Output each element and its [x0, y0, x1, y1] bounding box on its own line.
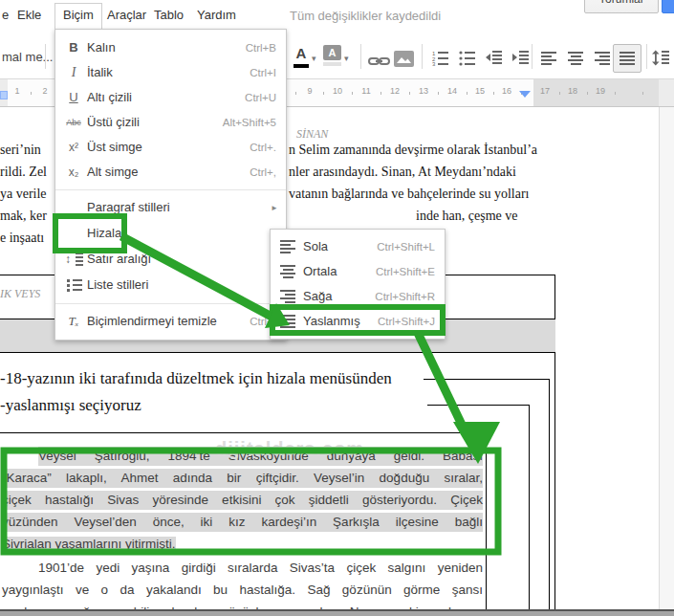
image-icon — [394, 51, 414, 67]
menubar-item[interactable]: Araçlar — [107, 8, 146, 22]
format-menu: B Kalın Ctrl+B I İtalik Ctrl+I U Altı çi… — [54, 29, 287, 341]
submenu-item-shortcut: Ctrl+Shift+R — [375, 284, 435, 309]
doc-text-line[interactable]: “Karaca” lakaplı, Ahmet adında bir çiftç… — [2, 469, 483, 488]
insert-link-button[interactable] — [368, 54, 391, 71]
ruler-tick — [559, 92, 560, 95]
numbered-list-button[interactable]: 123 — [432, 51, 449, 70]
text-color-caret-icon[interactable]: ▾ — [312, 54, 316, 63]
menu-item-label: Alt simge — [87, 160, 138, 185]
menu-item-icon — [63, 221, 84, 246]
doc-text-line[interactable]: 1901’de yedi yaşına girdiği sıralarda Si… — [38, 559, 483, 578]
menu-item-label: Liste stilleri — [87, 273, 148, 297]
submenu-item-label: Ortala — [303, 259, 337, 284]
menubar-item[interactable]: Ekle — [17, 8, 41, 22]
toolbar-separator — [360, 44, 361, 69]
ruler-tick — [409, 92, 410, 95]
menu-item-icon: ↕ — [63, 247, 84, 272]
menubar-item[interactable]: Tablo — [154, 8, 184, 22]
doc-text-line[interactable]: yaygınlaştı ve o da yakalandı bu hastalı… — [2, 581, 483, 600]
site-watermark: dijitalders.com — [215, 438, 364, 460]
numbered-list-icon: 123 — [432, 51, 449, 66]
menu-item[interactable]: B Kalın Ctrl+B — [55, 35, 286, 60]
decrease-indent-button[interactable] — [486, 51, 503, 69]
app-window: SİNAN seri’nin n Selim zamanında devşirm… — [0, 0, 674, 616]
menu-item[interactable]: x² Üst simge Ctrl+. — [55, 135, 286, 160]
line-spacing-button[interactable] — [652, 50, 669, 70]
ruler-tick — [642, 92, 643, 95]
toolbar-separator — [646, 44, 647, 69]
submenu-item[interactable]: Ortala Ctrl+Shift+E — [271, 259, 445, 284]
menu-item[interactable]: Hizala ► — [55, 221, 286, 247]
bulleted-list-icon — [459, 51, 476, 66]
menubar-item[interactable]: e — [2, 8, 9, 22]
highlight-color-swatch — [323, 62, 341, 66]
ruler-tick — [493, 92, 494, 95]
svg-text:3: 3 — [432, 61, 436, 66]
vertical-scrollbar[interactable] — [659, 79, 674, 609]
menu-item-icon — [63, 273, 84, 297]
menu-item-icon: U — [63, 85, 84, 110]
menu-item[interactable]: x₂ Alt simge Ctrl+, — [55, 160, 286, 185]
menu-item-icon: Abc — [63, 110, 84, 135]
bulleted-list-button[interactable] — [459, 51, 476, 70]
ruler-tick — [438, 92, 439, 95]
insert-image-button[interactable] — [394, 51, 414, 71]
ruler-tick — [587, 92, 588, 95]
alignment-icon — [280, 315, 295, 328]
doc-text-line[interactable]: çiçek hastalığı Sivas yöresinde etkisini… — [2, 491, 483, 510]
doc-text: çiçek hastalığı Sivas yöresinde etkisini… — [2, 493, 483, 507]
share-button[interactable] — [662, 0, 674, 13]
left-indent-marker[interactable] — [0, 91, 8, 99]
doc-text-fragment-right: vatanın bağlarında ve bahçelerinde su yo… — [289, 187, 530, 202]
menubar-item[interactable]: Yardım — [197, 8, 236, 22]
menubar-item[interactable]: Biçim — [63, 8, 94, 22]
menu-item[interactable]: ↕ Satır aralığı ► — [55, 247, 286, 273]
menu-item[interactable]: Abc Üstü çizili Alt+Shift+5 — [55, 110, 286, 135]
menu-item-shortcut: Ctrl+, — [250, 160, 276, 185]
comments-button[interactable]: Yorumlar — [584, 0, 659, 13]
doc-text-line[interactable]: -18-yazının iki tarafınıda düzeltmek içi… — [0, 369, 392, 388]
submenu-item-shortcut: Ctrl+Shift+L — [377, 234, 435, 259]
menu-item-label: Kalın — [87, 35, 116, 60]
ruler-tick — [615, 92, 616, 95]
highlight-color-button[interactable]: A — [323, 45, 341, 60]
doc-text-line[interactable]: Şivrialan yaşamlarını yitirmişti. — [2, 535, 176, 554]
ruler-number: 14 — [447, 86, 457, 96]
ruler-tick — [352, 92, 353, 95]
doc-text-fragment-left: seri’nin — [0, 143, 41, 158]
increase-indent-icon — [512, 51, 530, 65]
text-color-button[interactable]: A — [293, 45, 310, 61]
align-right-button[interactable] — [595, 52, 610, 65]
submenu-item-shortcut: Ctrl+Shift+E — [376, 259, 435, 284]
menu-item-label: İtalik — [87, 60, 113, 85]
doc-text-fragment-right: nler arasındaydı. Sinan, At Meydanı’ndak… — [289, 165, 516, 180]
menu-item-label: Altı çizili — [87, 85, 132, 110]
menu-item[interactable]: I İtalik Ctrl+I — [55, 60, 286, 85]
ruler-number: 15 — [475, 86, 485, 96]
highlight-caret-icon[interactable]: ▾ — [344, 54, 349, 63]
ruler-number: 16 — [502, 86, 511, 96]
menu-item[interactable]: Tₓ Biçimlendirmeyi temizle Ctrl+\ — [55, 309, 286, 334]
align-left-button[interactable] — [541, 52, 556, 65]
submenu-item[interactable]: Sağa Ctrl+Shift+R — [271, 284, 445, 309]
align-center-button[interactable] — [568, 52, 583, 65]
ruler-number: 1 — [14, 86, 19, 96]
menu-item[interactable]: U Altı çizili Ctrl+U — [55, 85, 286, 110]
menu-item-label: Üstü çizili — [87, 110, 140, 135]
alignment-icon — [280, 240, 295, 253]
justify-button[interactable] — [620, 52, 635, 65]
ruler-tick — [31, 92, 32, 95]
submenu-item[interactable]: Yaslanmış Ctrl+Shift+J — [271, 309, 445, 334]
right-indent-marker-icon[interactable] — [519, 91, 531, 98]
submenu-item[interactable]: Sola Ctrl+Shift+L — [271, 234, 445, 259]
doc-text-line[interactable]: yüzünden Veysel’den önce, iki kız kardeş… — [2, 513, 483, 532]
ruler-number: 18 — [568, 86, 577, 96]
menu-item[interactable]: Paragraf stilleri ► — [55, 195, 286, 221]
menu-item-label: Satır aralığı — [87, 247, 151, 272]
doc-text-line[interactable]: -yaslanmışı seçiyoruz — [0, 396, 141, 415]
increase-indent-button[interactable] — [512, 51, 530, 69]
ruler-number: 13 — [419, 86, 428, 96]
text-color-swatch — [294, 64, 309, 68]
alignment-icon — [280, 290, 295, 303]
menu-item[interactable]: Liste stilleri ► — [55, 273, 286, 298]
